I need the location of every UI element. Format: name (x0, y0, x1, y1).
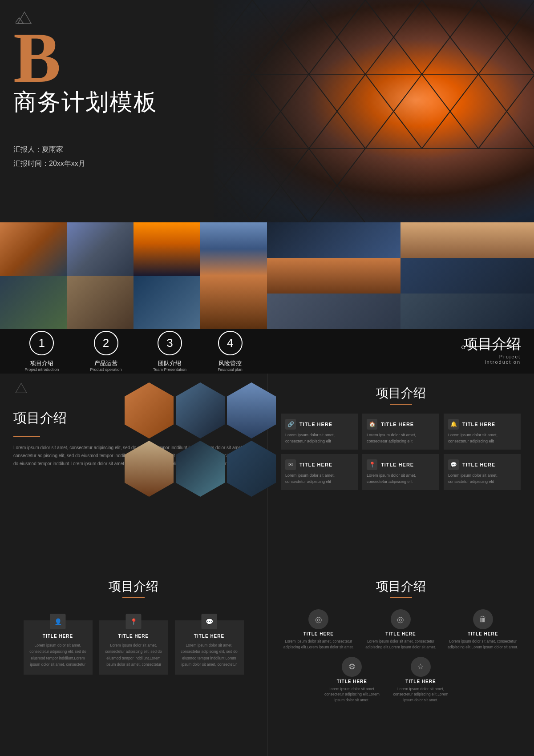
round-icon-3: ⚙ (342, 657, 362, 677)
toc-right-label-cn: 项目介绍 (464, 334, 521, 354)
hex-3 (227, 382, 276, 438)
section4-left-title: 项目介绍 (13, 578, 254, 595)
info-card-3: ✉ TITLE HERE Lorem ipsum dolor sit amet,… (281, 454, 358, 490)
icon-card-text-0: Lorem ipsum dolor sit amet, consectetur … (281, 639, 356, 650)
icon-card-title-4: TITLE HERE (405, 679, 436, 684)
hero-letter: B (13, 22, 61, 93)
info-card-text-0: Lorem ipsum dolor sit amet, consectetur … (285, 432, 353, 444)
info-card-icon-5: 💬 (448, 459, 459, 470)
toc-photo-2 (67, 222, 134, 276)
info-card-text-4: Lorem ipsum dolor sit amet, consectetur … (367, 473, 435, 485)
info-card-icon-4: 📍 (367, 459, 377, 470)
toc-circle-1: 1 (29, 331, 54, 355)
svg-marker-34 (16, 383, 27, 393)
toc-item-title-2: 产品运营 (94, 359, 117, 367)
toc-photo-4 (200, 222, 267, 276)
hero-title: 商务计划模板 (13, 87, 158, 118)
info-card-4: 📍 TITLE HERE Lorem ipsum dolor sit amet,… (362, 454, 439, 490)
info-card-5: 💬 TITLE HERE Lorem ipsum dolor sit amet,… (444, 454, 521, 490)
info-card-1: 🏠 TITLE HERE Lorem ipsum dolor sit amet,… (362, 414, 439, 450)
hex-2 (176, 382, 225, 438)
section4-left-underline (122, 597, 145, 598)
toc-right-photo-grid (267, 222, 534, 329)
icon-card-title-2: TITLE HERE (468, 631, 498, 636)
toc-photo-7 (134, 276, 200, 329)
section3-title-underline (13, 436, 40, 437)
toc-photo-grid (0, 222, 267, 329)
reporter-time: 汇报时间：20xx年xx月 (13, 157, 85, 171)
toc-right-panel: 项目介绍 Projectintroduction (267, 222, 534, 374)
section4-left: 项目介绍 👤 TITLE HERE Lorem ipsum dolor sit … (0, 565, 267, 756)
toc-item-3: 3 团队介绍 Team Presentation (153, 331, 186, 372)
toc-item-2: 2 产品运营 Product operation (90, 331, 122, 372)
clipboard-text-0: Lorem ipsum dolor sit amet, consectetur … (29, 642, 87, 668)
info-card-icon-3: ✉ (285, 459, 296, 470)
icon-card-0: ◎ TITLE HERE Lorem ipsum dolor sit amet,… (281, 609, 356, 650)
info-card-title-2: TITLE HERE (462, 422, 495, 427)
info-card-header-0: 🔗 TITLE HERE (285, 419, 353, 430)
icon-cards-row1: ◎ TITLE HERE Lorem ipsum dolor sit amet,… (281, 609, 521, 650)
info-card-icon-1: 🏠 (367, 419, 377, 430)
info-card-title-0: TITLE HERE (299, 422, 332, 427)
reporter-name: 汇报人：夏雨家 (13, 142, 85, 157)
round-icon-2: 🗑 (473, 609, 493, 629)
clipboard-top-1: 📍 (126, 614, 142, 629)
icon-card-text-4: Lorem ipsum dolor sit amet, consectetur … (390, 686, 452, 703)
toc-item-sub-2: Product operation (90, 367, 122, 372)
toc-right-cell-2 (400, 222, 534, 258)
toc-right-cell-6 (400, 294, 534, 329)
info-card-text-2: Lorem ipsum dolor sit amet, consectetur … (448, 432, 516, 444)
toc-item-1: 1 项目介绍 Project introduction (24, 331, 59, 372)
clipboard-card-1: 📍 TITLE HERE Lorem ipsum dolor sit amet,… (99, 620, 168, 675)
toc-item-sub-4: Financial plan (218, 367, 243, 372)
icon-card-text-2: Lorem ipsum dolor sit amet, consectetur … (445, 639, 521, 650)
clipboard-title-0: TITLE HERE (29, 634, 87, 639)
toc-section: 1 项目介绍 Project introduction 2 产品运营 Produ… (0, 222, 534, 374)
toc-item-title-3: 团队介绍 (158, 359, 181, 367)
icon-card-1: ◎ TITLE HERE Lorem ipsum dolor sit amet,… (363, 609, 439, 650)
toc-photo-1 (0, 222, 67, 276)
icon-card-text-1: Lorem ipsum dolor sit amet, consectetur … (363, 639, 439, 650)
hero-photo (196, 0, 534, 222)
toc-item-sub-1: Project introduction (24, 367, 59, 372)
section3: 项目介绍 Lorem ipsum dolor sit amet, consect… (0, 374, 534, 565)
clipboard-top-0: 👤 (50, 614, 66, 629)
icon-card-2: 🗑 TITLE HERE Lorem ipsum dolor sit amet,… (445, 609, 521, 650)
toc-right-cell-1 (267, 222, 400, 258)
toc-right-label: 项目介绍 Projectintroduction (464, 334, 521, 365)
toc-circle-2: 2 (94, 331, 118, 355)
icon-card-title-0: TITLE HERE (303, 631, 334, 636)
clipboard-text-2: Lorem ipsum dolor sit amet, consectetur … (180, 642, 239, 668)
section3-left: 项目介绍 Lorem ipsum dolor sit amet, consect… (0, 374, 267, 565)
icon-card-4: ☆ TITLE HERE Lorem ipsum dolor sit amet,… (390, 657, 452, 703)
hex-4 (125, 441, 174, 497)
round-icon-1: ◎ (391, 609, 411, 629)
clipboard-text-1: Lorem ipsum dolor sit amet, consectetur … (105, 642, 163, 668)
toc-right-cell-3 (267, 258, 400, 294)
section4-right: 项目介绍 ◎ TITLE HERE Lorem ipsum dolor sit … (267, 565, 534, 756)
clipboard-top-2: 💬 (202, 614, 217, 629)
icon-cards-row2: ⚙ TITLE HERE Lorem ipsum dolor sit amet,… (281, 657, 521, 703)
hex-6 (227, 441, 276, 497)
hero-left-panel: B 商务计划模板 汇报人：夏雨家 汇报时间：20xx年xx月 (0, 0, 214, 222)
clipboard-title-1: TITLE HERE (105, 634, 163, 639)
info-card-header-1: 🏠 TITLE HERE (367, 419, 435, 430)
icon-card-3: ⚙ TITLE HERE Lorem ipsum dolor sit amet,… (321, 657, 383, 703)
hero-section: B 商务计划模板 汇报人：夏雨家 汇报时间：20xx年xx月 (0, 0, 534, 222)
info-card-icon-2: 🔔 (448, 419, 459, 430)
toc-item-title-4: 风险管控 (218, 359, 242, 367)
mountain-icon-small (13, 382, 29, 395)
toc-right-cell-4 (400, 258, 534, 294)
info-card-text-3: Lorem ipsum dolor sit amet, consectetur … (285, 473, 353, 485)
toc-right-cell-5 (267, 294, 400, 329)
clipboard-card-0: 👤 TITLE HERE Lorem ipsum dolor sit amet,… (24, 620, 93, 675)
clipboard-title-2: TITLE HERE (180, 634, 239, 639)
toc-photo-6 (67, 276, 134, 329)
toc-item-sub-3: Team Presentation (153, 367, 186, 372)
toc-left-panel: 1 项目介绍 Project introduction 2 产品运营 Produ… (0, 222, 267, 374)
toc-photo-5 (0, 276, 67, 329)
info-card-0: 🔗 TITLE HERE Lorem ipsum dolor sit amet,… (281, 414, 358, 450)
toc-item-4: 4 风险管控 Financial plan (218, 331, 243, 372)
info-card-header-5: 💬 TITLE HERE (448, 459, 516, 470)
info-cards-grid: 🔗 TITLE HERE Lorem ipsum dolor sit amet,… (281, 414, 521, 490)
